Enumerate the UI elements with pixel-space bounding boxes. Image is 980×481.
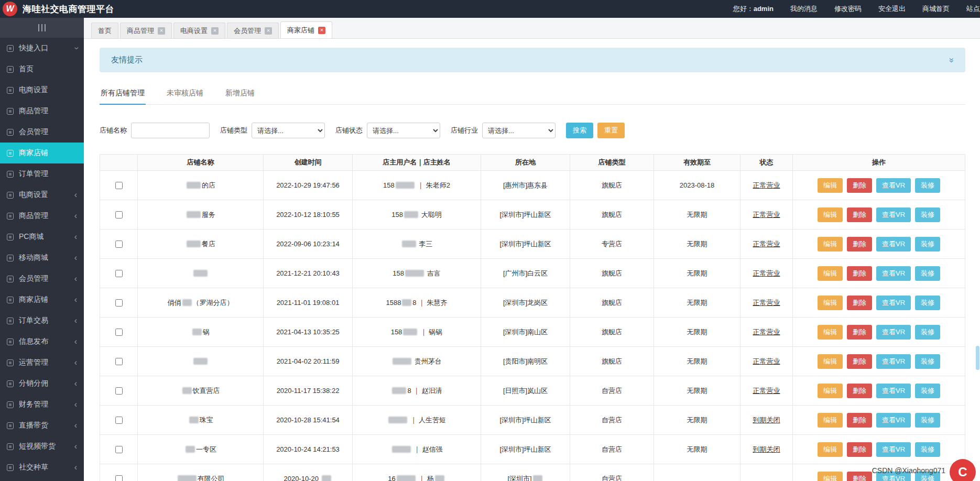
subtab[interactable]: 所有店铺管理 [100,83,146,105]
filter-select[interactable]: 请选择... [252,123,325,138]
delete-button[interactable]: 删除 [847,266,872,281]
edit-button[interactable]: 编辑 [818,207,843,222]
menu-toggle[interactable] [0,18,84,38]
edit-button[interactable]: 编辑 [818,237,843,252]
header-link[interactable]: 安全退出 [878,4,906,14]
row-checkbox[interactable] [115,358,123,365]
sidebar-item[interactable]: 短视频带货‹ [0,436,84,457]
row-checkbox[interactable] [115,387,123,395]
close-icon[interactable]: × [158,27,165,35]
edit-button[interactable]: 编辑 [818,442,843,457]
decorate-button[interactable]: 装修 [915,354,940,369]
close-icon[interactable]: × [211,27,219,35]
row-checkbox[interactable] [115,417,123,424]
sidebar-item[interactable]: 商家店铺 [0,143,84,163]
row-checkbox[interactable] [115,475,123,481]
delete-button[interactable]: 删除 [847,472,872,481]
header-link[interactable]: 站点地图 [966,4,980,14]
edit-button[interactable]: 编辑 [818,354,843,369]
sidebar-item[interactable]: 订单管理 [0,163,84,184]
view-vr-button[interactable]: 查看VR [876,442,911,457]
sidebar-item[interactable]: 商家店铺‹ [0,289,84,310]
search-button[interactable]: 搜索 [566,123,593,138]
view-vr-button[interactable]: 查看VR [876,178,911,193]
decorate-button[interactable]: 装修 [915,442,940,457]
delete-button[interactable]: 删除 [847,413,872,428]
edit-button[interactable]: 编辑 [818,296,843,310]
sidebar-item[interactable]: 电商设置 [0,80,84,101]
delete-button[interactable]: 删除 [847,442,872,457]
row-checkbox[interactable] [115,446,123,453]
sidebar-item[interactable]: PC商城‹ [0,226,84,247]
decorate-button[interactable]: 装修 [915,296,940,310]
delete-button[interactable]: 删除 [847,207,872,222]
sidebar-item[interactable]: 商品管理 [0,101,84,122]
row-checkbox[interactable] [115,270,123,277]
tab[interactable]: 会员管理× [227,23,279,38]
filter-select[interactable]: 请选择... [482,123,556,138]
view-vr-button[interactable]: 查看VR [876,266,911,281]
header-link[interactable]: 商城首页 [922,4,950,14]
view-vr-button[interactable]: 查看VR [876,325,911,340]
view-vr-button[interactable]: 查看VR [876,237,911,252]
edit-button[interactable]: 编辑 [818,178,843,193]
close-icon[interactable]: × [265,27,272,35]
sidebar-item[interactable]: 直播带货‹ [0,415,84,436]
view-vr-button[interactable]: 查看VR [876,354,911,369]
decorate-button[interactable]: 装修 [915,266,940,281]
delete-button[interactable]: 删除 [847,325,872,340]
reset-button[interactable]: 重置 [597,123,625,138]
decorate-button[interactable]: 装修 [915,207,940,222]
sidebar-item[interactable]: 商品管理‹ [0,205,84,226]
tab[interactable]: 商品管理× [120,23,172,38]
edit-button[interactable]: 编辑 [818,325,843,340]
sidebar-item[interactable]: 社交种草‹ [0,457,84,478]
edit-button[interactable]: 编辑 [818,472,843,481]
collapse-chevron-icon[interactable]: » [946,58,956,62]
delete-button[interactable]: 删除 [847,178,872,193]
decorate-button[interactable]: 装修 [915,384,940,398]
shop-name-input[interactable] [131,123,210,138]
row-checkbox[interactable] [115,240,123,248]
tab[interactable]: 电商设置× [173,23,225,38]
view-vr-button[interactable]: 查看VR [876,207,911,222]
subtab[interactable]: 未审核店铺 [166,83,204,104]
tab[interactable]: 首页 [91,23,118,38]
tab[interactable]: 商家店铺× [280,21,332,38]
row-checkbox[interactable] [115,211,123,218]
delete-button[interactable]: 删除 [847,354,872,369]
sidebar-item[interactable]: 电商设置‹ [0,184,84,205]
sidebar-item[interactable]: 首页 [0,59,84,80]
sidebar-item[interactable]: 会员管理 [0,122,84,143]
row-checkbox[interactable] [115,299,123,307]
delete-button[interactable]: 删除 [847,384,872,398]
view-vr-button[interactable]: 查看VR [876,296,911,310]
edit-button[interactable]: 编辑 [818,413,843,428]
view-vr-button[interactable]: 查看VR [876,384,911,398]
filter-select[interactable]: 请选择... [367,123,440,138]
delete-button[interactable]: 删除 [847,237,872,252]
decorate-button[interactable]: 装修 [915,325,940,340]
delete-button[interactable]: 删除 [847,296,872,310]
row-checkbox[interactable] [115,329,123,336]
sidebar-item[interactable]: 快捷入口‹ [0,38,84,59]
header-link[interactable]: 修改密码 [834,4,862,14]
header-link[interactable]: 我的消息 [790,4,818,14]
row-checkbox[interactable] [115,182,123,189]
decorate-button[interactable]: 装修 [915,413,940,428]
sidebar-item[interactable]: 财务管理‹ [0,394,84,415]
sidebar-item[interactable]: 分销分佣‹ [0,373,84,394]
sidebar-item[interactable]: 移动商城‹ [0,247,84,268]
scrollbar-thumb[interactable] [976,346,979,370]
view-vr-button[interactable]: 查看VR [876,413,911,428]
sidebar-item[interactable]: 会员管理‹ [0,268,84,289]
edit-button[interactable]: 编辑 [818,384,843,398]
decorate-button[interactable]: 装修 [915,237,940,252]
edit-button[interactable]: 编辑 [818,266,843,281]
subtab[interactable]: 新增店铺 [224,83,256,104]
sidebar-item[interactable]: 信息发布‹ [0,331,84,352]
sidebar-item[interactable]: 订单交易‹ [0,310,84,331]
decorate-button[interactable]: 装修 [915,178,940,193]
sidebar-item[interactable]: 运营管理‹ [0,352,84,373]
close-icon[interactable]: × [318,27,325,34]
